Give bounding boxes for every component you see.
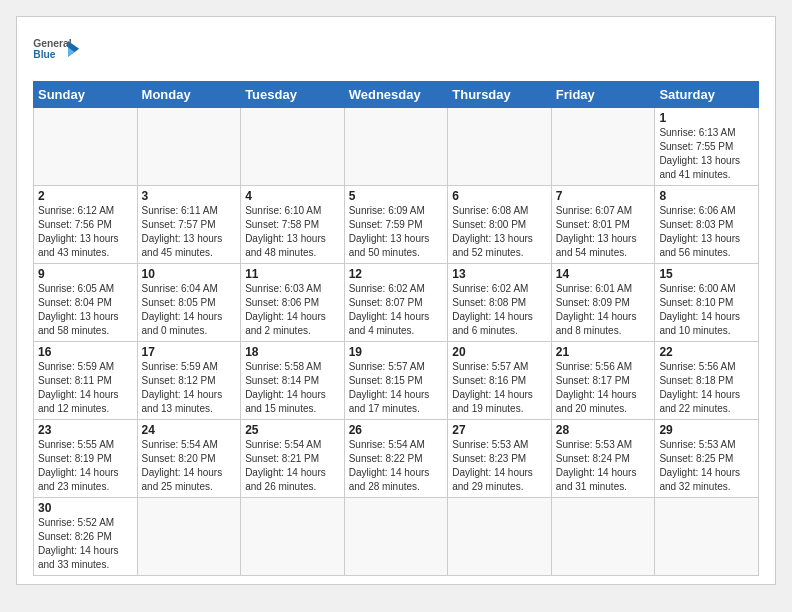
calendar-day [344, 498, 448, 576]
calendar-day: 4Sunrise: 6:10 AMSunset: 7:58 PMDaylight… [241, 186, 345, 264]
calendar-week-1: 1Sunrise: 6:13 AMSunset: 7:55 PMDaylight… [34, 108, 759, 186]
calendar-day [241, 108, 345, 186]
col-header-thursday: Thursday [448, 82, 552, 108]
day-info: Sunrise: 5:52 AMSunset: 8:26 PMDaylight:… [38, 516, 133, 572]
svg-text:Blue: Blue [33, 49, 56, 60]
calendar-day: 26Sunrise: 5:54 AMSunset: 8:22 PMDayligh… [344, 420, 448, 498]
day-number: 23 [38, 423, 133, 437]
day-info: Sunrise: 5:54 AMSunset: 8:21 PMDaylight:… [245, 438, 340, 494]
calendar-day: 13Sunrise: 6:02 AMSunset: 8:08 PMDayligh… [448, 264, 552, 342]
day-number: 11 [245, 267, 340, 281]
day-number: 15 [659, 267, 754, 281]
day-number: 3 [142, 189, 237, 203]
day-number: 12 [349, 267, 444, 281]
day-number: 10 [142, 267, 237, 281]
day-info: Sunrise: 6:09 AMSunset: 7:59 PMDaylight:… [349, 204, 444, 260]
calendar-day [551, 108, 655, 186]
calendar-week-3: 9Sunrise: 6:05 AMSunset: 8:04 PMDaylight… [34, 264, 759, 342]
day-number: 16 [38, 345, 133, 359]
day-info: Sunrise: 6:02 AMSunset: 8:07 PMDaylight:… [349, 282, 444, 338]
calendar-day: 6Sunrise: 6:08 AMSunset: 8:00 PMDaylight… [448, 186, 552, 264]
day-number: 14 [556, 267, 651, 281]
col-header-tuesday: Tuesday [241, 82, 345, 108]
day-info: Sunrise: 6:00 AMSunset: 8:10 PMDaylight:… [659, 282, 754, 338]
calendar-table: SundayMondayTuesdayWednesdayThursdayFrid… [33, 81, 759, 576]
day-info: Sunrise: 6:06 AMSunset: 8:03 PMDaylight:… [659, 204, 754, 260]
calendar-day: 7Sunrise: 6:07 AMSunset: 8:01 PMDaylight… [551, 186, 655, 264]
day-number: 13 [452, 267, 547, 281]
day-info: Sunrise: 6:03 AMSunset: 8:06 PMDaylight:… [245, 282, 340, 338]
day-info: Sunrise: 5:53 AMSunset: 8:25 PMDaylight:… [659, 438, 754, 494]
calendar-day: 27Sunrise: 5:53 AMSunset: 8:23 PMDayligh… [448, 420, 552, 498]
calendar-day [137, 108, 241, 186]
calendar-day [34, 108, 138, 186]
calendar-day [448, 108, 552, 186]
day-info: Sunrise: 6:10 AMSunset: 7:58 PMDaylight:… [245, 204, 340, 260]
calendar-container: General Blue SundayMondayTuesdayWednesda… [16, 16, 776, 585]
day-number: 1 [659, 111, 754, 125]
calendar-day: 14Sunrise: 6:01 AMSunset: 8:09 PMDayligh… [551, 264, 655, 342]
logo: General Blue [33, 33, 81, 71]
calendar-day [655, 498, 759, 576]
day-info: Sunrise: 6:08 AMSunset: 8:00 PMDaylight:… [452, 204, 547, 260]
day-info: Sunrise: 6:01 AMSunset: 8:09 PMDaylight:… [556, 282, 651, 338]
calendar-week-4: 16Sunrise: 5:59 AMSunset: 8:11 PMDayligh… [34, 342, 759, 420]
calendar-day: 18Sunrise: 5:58 AMSunset: 8:14 PMDayligh… [241, 342, 345, 420]
calendar-day: 9Sunrise: 6:05 AMSunset: 8:04 PMDaylight… [34, 264, 138, 342]
calendar-week-6: 30Sunrise: 5:52 AMSunset: 8:26 PMDayligh… [34, 498, 759, 576]
calendar-day [448, 498, 552, 576]
day-number: 8 [659, 189, 754, 203]
day-info: Sunrise: 6:12 AMSunset: 7:56 PMDaylight:… [38, 204, 133, 260]
day-number: 21 [556, 345, 651, 359]
col-header-friday: Friday [551, 82, 655, 108]
calendar-week-2: 2Sunrise: 6:12 AMSunset: 7:56 PMDaylight… [34, 186, 759, 264]
day-info: Sunrise: 6:04 AMSunset: 8:05 PMDaylight:… [142, 282, 237, 338]
day-info: Sunrise: 5:58 AMSunset: 8:14 PMDaylight:… [245, 360, 340, 416]
calendar-day [137, 498, 241, 576]
day-info: Sunrise: 6:05 AMSunset: 8:04 PMDaylight:… [38, 282, 133, 338]
calendar-day: 17Sunrise: 5:59 AMSunset: 8:12 PMDayligh… [137, 342, 241, 420]
day-number: 30 [38, 501, 133, 515]
calendar-day: 5Sunrise: 6:09 AMSunset: 7:59 PMDaylight… [344, 186, 448, 264]
calendar-day [344, 108, 448, 186]
col-header-wednesday: Wednesday [344, 82, 448, 108]
day-number: 4 [245, 189, 340, 203]
calendar-day: 25Sunrise: 5:54 AMSunset: 8:21 PMDayligh… [241, 420, 345, 498]
calendar-day: 30Sunrise: 5:52 AMSunset: 8:26 PMDayligh… [34, 498, 138, 576]
calendar-day: 2Sunrise: 6:12 AMSunset: 7:56 PMDaylight… [34, 186, 138, 264]
day-info: Sunrise: 5:54 AMSunset: 8:22 PMDaylight:… [349, 438, 444, 494]
calendar-day: 10Sunrise: 6:04 AMSunset: 8:05 PMDayligh… [137, 264, 241, 342]
day-number: 25 [245, 423, 340, 437]
day-number: 29 [659, 423, 754, 437]
day-number: 22 [659, 345, 754, 359]
calendar-day: 20Sunrise: 5:57 AMSunset: 8:16 PMDayligh… [448, 342, 552, 420]
day-info: Sunrise: 5:59 AMSunset: 8:11 PMDaylight:… [38, 360, 133, 416]
day-info: Sunrise: 5:57 AMSunset: 8:16 PMDaylight:… [452, 360, 547, 416]
calendar-day: 19Sunrise: 5:57 AMSunset: 8:15 PMDayligh… [344, 342, 448, 420]
day-info: Sunrise: 6:13 AMSunset: 7:55 PMDaylight:… [659, 126, 754, 182]
calendar-day: 16Sunrise: 5:59 AMSunset: 8:11 PMDayligh… [34, 342, 138, 420]
logo-icon: General Blue [33, 33, 81, 71]
day-info: Sunrise: 5:56 AMSunset: 8:18 PMDaylight:… [659, 360, 754, 416]
header: General Blue [33, 33, 759, 71]
calendar-day: 12Sunrise: 6:02 AMSunset: 8:07 PMDayligh… [344, 264, 448, 342]
day-info: Sunrise: 6:02 AMSunset: 8:08 PMDaylight:… [452, 282, 547, 338]
day-number: 20 [452, 345, 547, 359]
day-info: Sunrise: 5:59 AMSunset: 8:12 PMDaylight:… [142, 360, 237, 416]
calendar-day [241, 498, 345, 576]
day-number: 27 [452, 423, 547, 437]
day-number: 9 [38, 267, 133, 281]
calendar-week-5: 23Sunrise: 5:55 AMSunset: 8:19 PMDayligh… [34, 420, 759, 498]
calendar-day: 8Sunrise: 6:06 AMSunset: 8:03 PMDaylight… [655, 186, 759, 264]
calendar-day: 11Sunrise: 6:03 AMSunset: 8:06 PMDayligh… [241, 264, 345, 342]
day-info: Sunrise: 5:56 AMSunset: 8:17 PMDaylight:… [556, 360, 651, 416]
day-info: Sunrise: 5:53 AMSunset: 8:23 PMDaylight:… [452, 438, 547, 494]
day-number: 26 [349, 423, 444, 437]
col-header-sunday: Sunday [34, 82, 138, 108]
calendar-day: 15Sunrise: 6:00 AMSunset: 8:10 PMDayligh… [655, 264, 759, 342]
day-number: 28 [556, 423, 651, 437]
day-number: 5 [349, 189, 444, 203]
calendar-day: 23Sunrise: 5:55 AMSunset: 8:19 PMDayligh… [34, 420, 138, 498]
day-number: 6 [452, 189, 547, 203]
calendar-day: 28Sunrise: 5:53 AMSunset: 8:24 PMDayligh… [551, 420, 655, 498]
